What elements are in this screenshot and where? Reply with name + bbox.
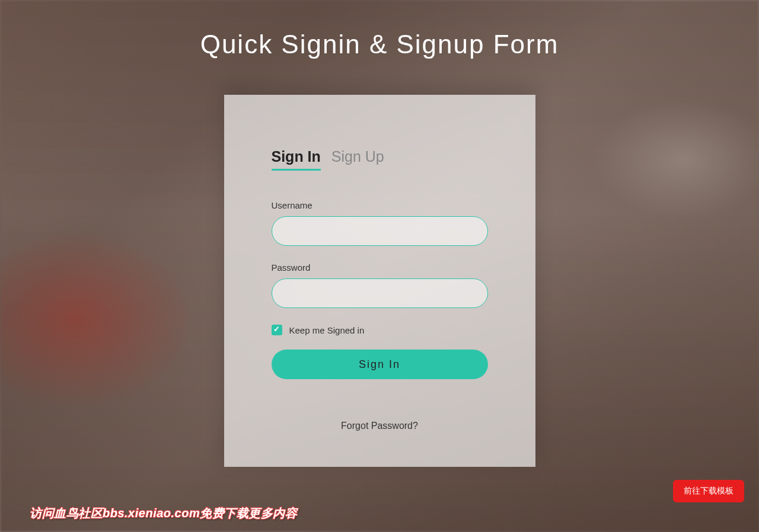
forgot-password-link[interactable]: Forgot Password? [272,421,488,431]
signin-button[interactable]: Sign In [272,350,488,379]
keep-signed-label: Keep me Signed in [289,325,365,335]
password-group: Password [272,262,488,308]
username-group: Username [272,200,488,246]
tab-signin[interactable]: Sign In [272,148,321,171]
watermark-text: 访问血鸟社区bbs.xieniao.com免费下载更多内容 [30,505,297,521]
auth-card: Sign In Sign Up Username Password Keep m… [224,95,535,467]
tab-signup[interactable]: Sign Up [331,148,384,171]
username-input[interactable] [272,216,488,246]
password-label: Password [272,262,488,273]
download-template-button[interactable]: 前往下载模板 [673,480,744,502]
keep-signed-row: Keep me Signed in [272,325,488,335]
page-title: Quick Signin & Signup Form [0,0,759,95]
password-input[interactable] [272,278,488,308]
keep-signed-checkbox-visual[interactable] [272,325,282,335]
auth-tabs: Sign In Sign Up [272,148,488,171]
username-label: Username [272,200,488,210]
